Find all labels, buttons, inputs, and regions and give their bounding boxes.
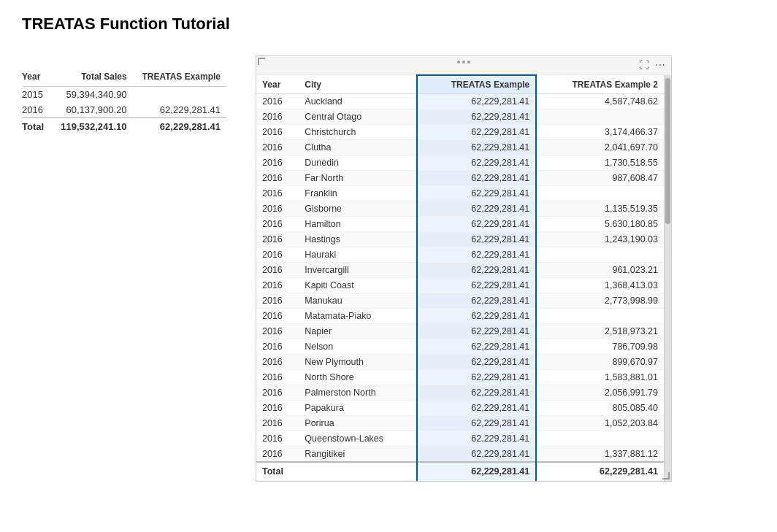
left-total-treatas: 62,229,281.41	[133, 118, 226, 135]
cell-treatas: 62,229,281.41	[417, 401, 536, 416]
cell-treatas: 62,229,281.41	[417, 109, 536, 125]
cell-treatas: 62,229,281.41	[417, 370, 536, 385]
left-year-2015: 2015	[22, 87, 53, 103]
cell-treatas2: 961,023.21	[536, 263, 664, 278]
left-sales-2015: 59,394,340.90	[53, 87, 132, 103]
cell-city: Matamata-Piako	[299, 309, 417, 324]
table-row: 2016Hamilton62,229,281.415,630,180.85	[256, 217, 664, 232]
more-icon[interactable]: ⋯	[655, 59, 665, 71]
table-row: 2016Queenstown-Lakes62,229,281.41	[256, 431, 664, 447]
cell-city: Queenstown-Lakes	[299, 431, 417, 447]
cell-treatas: 62,229,281.41	[417, 201, 536, 217]
right-total-treatas: 62,229,281.41	[417, 462, 536, 481]
cell-treatas2	[536, 186, 664, 201]
cell-treatas2: 1,368,413.03	[536, 278, 664, 293]
cell-city: Manukau	[299, 293, 417, 309]
left-table-wrap: Year Total Sales TREATAS Example 2015 59…	[22, 55, 226, 134]
cell-city: Rangitikei	[299, 447, 417, 463]
table-row: 2016Hauraki62,229,281.41	[256, 247, 664, 263]
cell-year: 2016	[256, 370, 299, 385]
cell-city: Hamilton	[299, 217, 417, 232]
cell-treatas: 62,229,281.41	[417, 232, 536, 247]
table-row: 2016Rangitikei62,229,281.411,337,881.12	[256, 447, 664, 463]
table-row: 2016 60,137,900.20 62,229,281.41	[22, 102, 226, 118]
cell-treatas: 62,229,281.41	[417, 263, 536, 278]
cell-treatas2	[536, 309, 664, 324]
cell-treatas: 62,229,281.41	[417, 293, 536, 309]
cell-year: 2016	[256, 355, 299, 370]
cell-city: Nelson	[299, 339, 417, 355]
table-row: 2016Nelson62,229,281.41786,709.98	[256, 339, 664, 355]
table-row: 2016North Shore62,229,281.411,583,881.01	[256, 370, 664, 385]
cell-city: Palmerston North	[299, 385, 417, 401]
right-total-treatas2: 62,229,281.41	[536, 462, 664, 481]
table-row: 2016Invercargill62,229,281.41961,023.21	[256, 263, 664, 278]
cell-year: 2016	[256, 324, 299, 339]
cell-treatas: 62,229,281.41	[417, 94, 536, 109]
table-row: 2016Franklin62,229,281.41	[256, 186, 664, 201]
cell-treatas: 62,229,281.41	[417, 155, 536, 171]
left-year-2016: 2016	[22, 102, 53, 118]
cell-treatas: 62,229,281.41	[417, 171, 536, 186]
table-row: 2016Far North62,229,281.41987,608.47	[256, 171, 664, 186]
cell-year: 2016	[256, 385, 299, 401]
cell-city: Papakura	[299, 401, 417, 416]
table-row: 2016Manukau62,229,281.412,773,998.99	[256, 293, 664, 309]
cell-treatas2: 786,709.98	[536, 339, 664, 355]
cell-year: 2016	[256, 339, 299, 355]
cell-treatas2: 2,518,973.21	[536, 324, 664, 339]
cell-treatas: 62,229,281.41	[417, 125, 536, 140]
table-row: 2016Papakura62,229,281.41805,085.40	[256, 401, 664, 416]
right-total-empty	[299, 462, 417, 481]
cell-treatas2: 1,337,881.12	[536, 447, 664, 463]
left-treatas-2015	[133, 87, 226, 103]
col-treatas2-header: TREATAS Example 2	[536, 75, 664, 94]
table-row: 2015 59,394,340.90	[22, 87, 226, 103]
cell-city: Dunedin	[299, 155, 417, 171]
cell-treatas: 62,229,281.41	[417, 385, 536, 401]
cell-year: 2016	[256, 155, 299, 171]
cell-treatas2	[536, 109, 664, 125]
cell-city: Franklin	[299, 186, 417, 201]
resize-handle-br[interactable]	[662, 472, 670, 479]
left-sales-2016: 60,137,900.20	[53, 102, 132, 118]
resize-handle-tl[interactable]	[258, 58, 265, 65]
table-row: 2016Napier62,229,281.412,518,973.21	[256, 324, 664, 339]
cell-treatas2: 3,174,466.37	[536, 125, 664, 140]
cell-treatas2: 2,041,697.70	[536, 140, 664, 155]
table-row: 2016Porirua62,229,281.411,052,203.84	[256, 416, 664, 431]
cell-treatas2	[536, 247, 664, 263]
cell-treatas2: 987,608.47	[536, 171, 664, 186]
cell-treatas: 62,229,281.41	[417, 447, 536, 463]
cell-year: 2016	[256, 94, 299, 109]
expand-icon[interactable]: ⛶	[639, 59, 649, 71]
cell-year: 2016	[256, 247, 299, 263]
cell-treatas: 62,229,281.41	[417, 247, 536, 263]
cell-year: 2016	[256, 263, 299, 278]
table-row: 2016Dunedin62,229,281.411,730,518.55	[256, 155, 664, 171]
drag-dot	[462, 61, 465, 63]
cell-city: Auckland	[299, 94, 417, 109]
cell-year: 2016	[256, 431, 299, 447]
cell-treatas2: 5,630,180.85	[536, 217, 664, 232]
drag-dot	[457, 61, 460, 63]
table-row: 2016Clutha62,229,281.412,041,697.70	[256, 140, 664, 155]
cell-treatas2: 1,243,190.03	[536, 232, 664, 247]
scrollbar-thumb[interactable]	[665, 78, 670, 224]
cell-treatas: 62,229,281.41	[417, 217, 536, 232]
cell-treatas: 62,229,281.41	[417, 278, 536, 293]
cell-year: 2016	[256, 171, 299, 186]
left-col-total-sales: Total Sales	[53, 70, 132, 87]
cell-treatas2: 4,587,748.62	[536, 94, 664, 109]
cell-city: Gisborne	[299, 201, 417, 217]
table-row: 2016Matamata-Piako62,229,281.41	[256, 309, 664, 324]
cell-year: 2016	[256, 217, 299, 232]
table-row: 2016Hastings62,229,281.411,243,190.03	[256, 232, 664, 247]
cell-city: New Plymouth	[299, 355, 417, 370]
cell-treatas: 62,229,281.41	[417, 416, 536, 431]
cell-treatas: 62,229,281.41	[417, 309, 536, 324]
cell-treatas2: 1,135,519.35	[536, 201, 664, 217]
cell-year: 2016	[256, 401, 299, 416]
scrollbar[interactable]	[664, 75, 671, 481]
left-table: Year Total Sales TREATAS Example 2015 59…	[22, 70, 226, 134]
